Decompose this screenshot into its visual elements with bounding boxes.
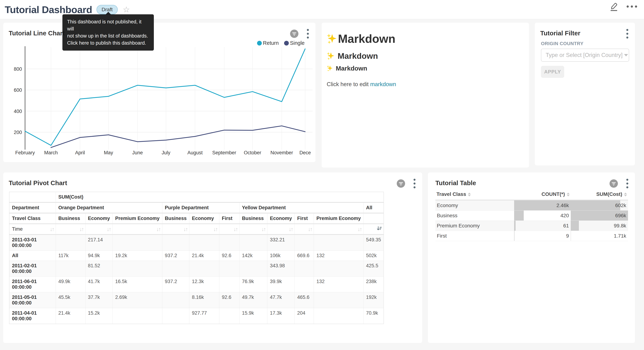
filter-indicator-icon[interactable] — [610, 179, 618, 188]
table-row[interactable]: Economy 2.46k 602k — [436, 200, 628, 210]
panel-tutorial-filter: Tutorial Filter ORIGIN COUNTRY Type or S… — [535, 23, 635, 166]
pivot-row-label: 2011-03-0100:00:00 — [9, 234, 56, 250]
count-cell: 420 — [514, 210, 571, 221]
pivot-sort-cell: ↓↑ — [239, 224, 267, 234]
markdown-h2: Markdown — [327, 51, 378, 61]
pivot-cell: 106k — [267, 250, 294, 261]
pivot-row: 2011-02-0100:00:00 81.52343.98425.5 — [9, 261, 384, 276]
pivot-cell: 204 — [294, 308, 314, 324]
pivot-cell: 927.77 — [189, 308, 219, 324]
travel-class-cell: Premium Economy — [436, 221, 514, 231]
svg-text:October: October — [244, 150, 261, 156]
sort-toggle-icon[interactable]: ↓↑ — [262, 226, 266, 232]
apply-button[interactable]: APPLY — [541, 66, 564, 78]
panel-tutorial-line-chart: Tutorial Line Chart Return Single 200400… — [3, 23, 316, 162]
sort-toggle-icon[interactable]: ↓↑ — [50, 226, 54, 232]
more-menu-icon[interactable] — [626, 5, 638, 8]
pivot-cell — [162, 261, 189, 276]
pivot-cell — [294, 261, 314, 276]
pivot-class-header: Business — [239, 213, 267, 224]
origin-country-select[interactable]: Type or Select [Origin Country] — [541, 48, 629, 62]
col-header-travel-class[interactable]: Travel Class — [436, 189, 514, 200]
pivot-cell: 937.2 — [162, 276, 189, 292]
count-cell: 61 — [514, 221, 571, 231]
sort-toggle-icon[interactable]: ↓↑ — [308, 226, 312, 232]
sort-toggle-icon[interactable]: ↓↑ — [80, 226, 84, 232]
svg-text:400: 400 — [14, 109, 22, 114]
pivot-cell — [314, 292, 364, 308]
pivot-row-label: 2011-05-0100:00:00 — [9, 292, 56, 308]
pivot-cell: 49.9k — [56, 276, 85, 292]
col-header-sum-cost[interactable]: SUM(Cost) — [571, 189, 628, 200]
pivot-cell — [56, 261, 85, 276]
pivot-row: 2011-05-0100:00:00 45.5k37.7k2.69k8.16k9… — [9, 292, 384, 308]
favorite-star-icon[interactable]: ☆ — [123, 6, 130, 14]
pivot-class-header: Premium Economy — [113, 213, 162, 224]
pivot-group-header: All — [363, 202, 384, 213]
pivot-cell: 15.2k — [85, 308, 113, 324]
line-chart[interactable]: 200400600800FebruaryMarchAprilMayJuneJul… — [3, 23, 316, 162]
kebab-menu-icon[interactable] — [626, 29, 628, 39]
pivot-cell: 425.5 — [363, 261, 384, 276]
pivot-cell — [162, 234, 189, 250]
sort-carets-icon — [624, 192, 627, 196]
sort-toggle-icon[interactable]: ↓↑ — [358, 226, 362, 232]
pivot-cell — [294, 234, 314, 250]
pivot-cell: 15.9k — [239, 308, 267, 324]
pivot-cell: 76.9k — [239, 276, 267, 292]
pivot-class-header: First — [294, 213, 314, 224]
svg-text:November: November — [270, 150, 293, 156]
pivot-row-dim-label: Department — [9, 202, 56, 213]
sum-cost-cell: 602k — [571, 200, 628, 210]
count-cell: 9 — [514, 231, 571, 241]
pivot-group-header: Purple Department — [162, 202, 239, 213]
publish-tooltip: This dashboard is not published, it will… — [62, 14, 154, 50]
sort-toggle-icon[interactable]: ↓↑ — [213, 226, 217, 232]
col-header-count[interactable]: COUNT(*) — [514, 189, 571, 200]
pivot-cell — [113, 308, 162, 324]
sort-toggle-icon[interactable]: ↓↑ — [184, 226, 188, 232]
table-row[interactable]: First 9 1.71k — [436, 231, 628, 241]
pivot-cell — [219, 276, 239, 292]
sort-toggle-icon[interactable]: ↓↑ — [288, 226, 292, 232]
pivot-cell: 132 — [314, 250, 364, 261]
sort-toggle-icon[interactable]: ↓↑ — [234, 226, 238, 232]
tooltip-line: not show up in the list of dashboards. — [67, 32, 149, 40]
pivot-cell: 2.69k — [113, 292, 162, 308]
edit-dashboard-icon[interactable] — [609, 2, 618, 12]
svg-text:February: February — [15, 150, 35, 156]
pivot-row-label: 2011-02-0100:00:00 — [9, 261, 56, 276]
pivot-row-label: 2011-04-0100:00:00 — [9, 308, 56, 324]
panel-tutorial-table: Tutorial Table Travel Class COUNT(*) SUM… — [428, 172, 635, 343]
pivot-cell — [314, 234, 364, 250]
data-table: Travel Class COUNT(*) SUM(Cost) Economy … — [436, 189, 628, 241]
page-title: Tutorial Dashboard — [5, 4, 92, 15]
pivot-group-header: Yellow Department — [239, 202, 363, 213]
pivot-cell — [314, 261, 364, 276]
sort-toggle-icon[interactable]: ↓↑ — [156, 226, 160, 232]
kebab-menu-icon[interactable] — [626, 179, 628, 188]
pivot-class-header: Business — [162, 213, 189, 224]
pivot-cell: 94.9k — [85, 250, 113, 261]
pivot-cell — [219, 308, 239, 324]
markdown-edit-link[interactable]: markdown — [370, 81, 396, 88]
pivot-class-header: Premium Economy — [314, 213, 364, 224]
svg-text:Dece: Dece — [299, 150, 311, 156]
travel-class-cell: Business — [436, 210, 514, 221]
tooltip-line: This dashboard is not published, it will — [67, 18, 149, 32]
sparkles-icon — [327, 52, 335, 60]
svg-text:June: June — [132, 150, 143, 156]
table-row[interactable]: Business 420 696k — [436, 210, 628, 221]
table-row[interactable]: Premium Economy 61 99.8k — [436, 221, 628, 231]
chevron-down-icon — [624, 54, 628, 56]
pivot-cell: 465.6 — [294, 292, 314, 308]
pivot-cell: 343.98 — [267, 261, 294, 276]
pivot-cell: 92.6 — [219, 292, 239, 308]
filter-indicator-icon[interactable] — [397, 179, 405, 188]
sort-toggle-icon[interactable]: ↓↑ — [107, 226, 111, 232]
pivot-cell — [219, 234, 239, 250]
pivot-cell: 16.5k — [113, 276, 162, 292]
sort-active-icon[interactable] — [376, 226, 382, 232]
pivot-class-header: Travel Class — [9, 213, 56, 224]
kebab-menu-icon[interactable] — [414, 179, 416, 188]
